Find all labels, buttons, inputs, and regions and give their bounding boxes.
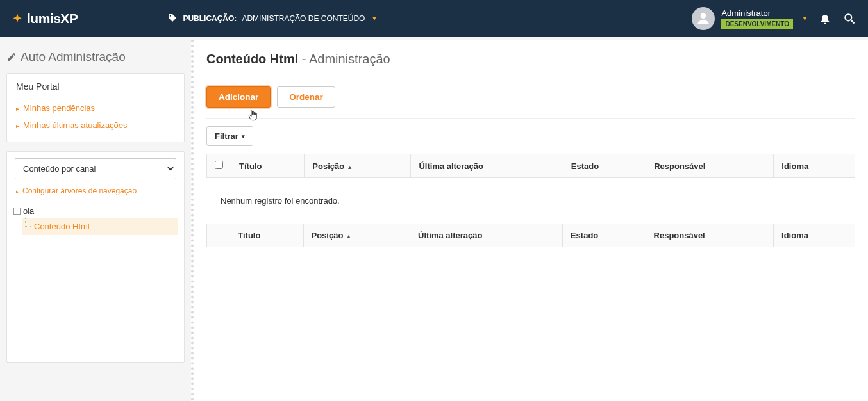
tree-node-child[interactable]: Conteúdo Html bbox=[22, 218, 178, 235]
publicacao-value: ADMINISTRAÇÃO DE CONTEÚDO bbox=[242, 14, 365, 23]
page-title: Conteúdo Html - Administração bbox=[194, 40, 868, 76]
col-posicao[interactable]: Posição▲ bbox=[305, 154, 411, 178]
toolbar: Adicionar Ordenar bbox=[194, 76, 868, 111]
content-table-footer: Título Posição▲ Última alteração Estado … bbox=[206, 224, 855, 247]
fcol-estado[interactable]: Estado bbox=[562, 224, 646, 247]
caret-down-icon: ▼ bbox=[802, 15, 808, 22]
footer-spacer bbox=[207, 224, 230, 247]
fcol-idioma[interactable]: Idioma bbox=[774, 224, 855, 247]
col-estado[interactable]: Estado bbox=[563, 154, 646, 178]
topbar: lumisXP PUBLICAÇÃO: ADMINISTRAÇÃO DE CON… bbox=[0, 0, 868, 37]
fcol-posicao[interactable]: Posição▲ bbox=[303, 224, 410, 247]
avatar bbox=[692, 7, 715, 30]
publicacao-label: PUBLICAÇÃO: bbox=[183, 14, 237, 23]
col-titulo[interactable]: Título bbox=[231, 154, 305, 178]
sort-asc-icon: ▲ bbox=[346, 233, 351, 240]
sort-asc-icon: ▲ bbox=[347, 164, 353, 170]
user-dropdown[interactable]: Administrator DESENVOLVIMENTO ▼ bbox=[692, 7, 808, 30]
fcol-posicao-label: Posição bbox=[312, 231, 344, 240]
fcol-titulo[interactable]: Título bbox=[230, 224, 304, 247]
sidebar-link-atualizacoes[interactable]: Minhas últimas atualizações bbox=[16, 117, 175, 134]
divider bbox=[206, 118, 855, 119]
page-title-bold: Conteúdo Html bbox=[206, 52, 298, 66]
logo-icon bbox=[12, 13, 23, 24]
main-content: Conteúdo Html - Administração Adicionar … bbox=[191, 40, 868, 401]
fcol-responsavel[interactable]: Responsável bbox=[646, 224, 774, 247]
filter-label: Filtrar bbox=[215, 131, 238, 141]
channel-select[interactable]: Conteúdo por canal bbox=[15, 158, 176, 179]
order-button[interactable]: Ordenar bbox=[277, 86, 335, 108]
sidebar-link-pendencias[interactable]: Minhas pendências bbox=[16, 99, 175, 117]
topbar-right: Administrator DESENVOLVIMENTO ▼ bbox=[692, 7, 856, 30]
meu-portal-title: Meu Portal bbox=[7, 74, 184, 99]
logo-text: lumisXP bbox=[27, 11, 78, 26]
meu-portal-panel: Meu Portal Minhas pendências Minhas últi… bbox=[6, 73, 185, 142]
env-badge: DESENVOLVIMENTO bbox=[721, 19, 793, 29]
fcol-ultima[interactable]: Última alteração bbox=[410, 224, 563, 247]
svg-line-3 bbox=[851, 20, 855, 24]
svg-point-0 bbox=[170, 15, 171, 16]
publicacao-dropdown[interactable]: PUBLICAÇÃO: ADMINISTRAÇÃO DE CONTEÚDO ▼ bbox=[167, 13, 377, 25]
tree-node-root[interactable]: − ola bbox=[13, 204, 178, 218]
auto-admin-title: Auto Administração bbox=[6, 42, 185, 73]
notifications-icon[interactable] bbox=[818, 12, 832, 26]
tree-collapse-icon[interactable]: − bbox=[13, 208, 21, 215]
channel-panel: Conteúdo por canal Configurar árvores de… bbox=[6, 151, 185, 363]
tag-icon bbox=[167, 13, 178, 25]
col-posicao-label: Posição bbox=[312, 161, 344, 171]
add-button[interactable]: Adicionar bbox=[206, 86, 271, 108]
svg-point-1 bbox=[701, 13, 706, 19]
select-all-checkbox[interactable] bbox=[215, 161, 223, 169]
empty-message: Nenhum registro foi encontrado. bbox=[206, 178, 855, 224]
caret-down-icon: ▼ bbox=[371, 15, 377, 22]
config-trees-link[interactable]: Configurar árvores de navegação bbox=[16, 186, 137, 195]
pencil-icon bbox=[6, 52, 17, 62]
auto-admin-label: Auto Administração bbox=[21, 50, 126, 64]
content-table: Título Posição▲ Última alteração Estado … bbox=[206, 154, 855, 178]
user-name: Administrator bbox=[721, 9, 793, 17]
select-all-cell bbox=[207, 154, 231, 178]
tree-child-label: Conteúdo Html bbox=[34, 222, 90, 231]
filter-button[interactable]: Filtrar bbox=[206, 126, 253, 146]
svg-point-2 bbox=[845, 14, 851, 20]
col-responsavel[interactable]: Responsável bbox=[646, 154, 774, 178]
col-ultima[interactable]: Última alteração bbox=[411, 154, 563, 178]
search-icon[interactable] bbox=[842, 12, 856, 26]
page-title-light: - Administração bbox=[298, 52, 390, 66]
logo[interactable]: lumisXP bbox=[12, 11, 78, 26]
sidebar: Auto Administração Meu Portal Minhas pen… bbox=[0, 37, 191, 401]
tree-root-label: ola bbox=[23, 206, 34, 216]
col-idioma[interactable]: Idioma bbox=[774, 154, 855, 178]
